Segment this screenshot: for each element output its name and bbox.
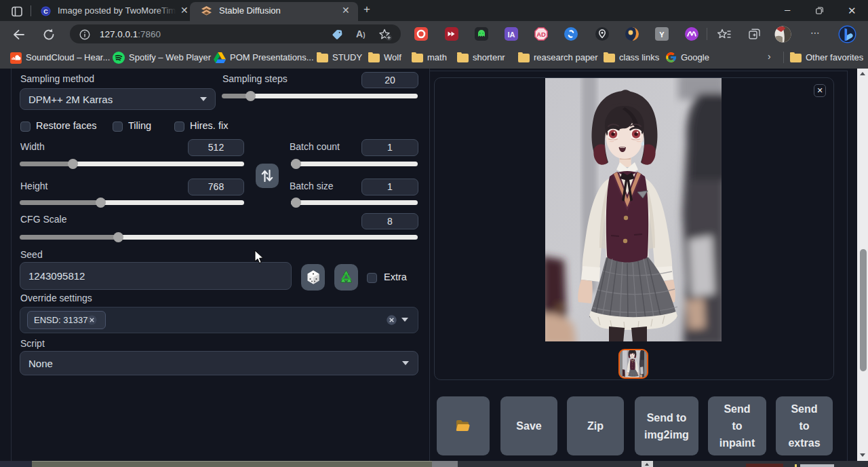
svg-text:IA: IA bbox=[508, 31, 515, 39]
svg-text:C: C bbox=[43, 8, 48, 15]
svg-text:AD: AD bbox=[536, 31, 546, 38]
svg-text:Y: Y bbox=[659, 31, 665, 39]
